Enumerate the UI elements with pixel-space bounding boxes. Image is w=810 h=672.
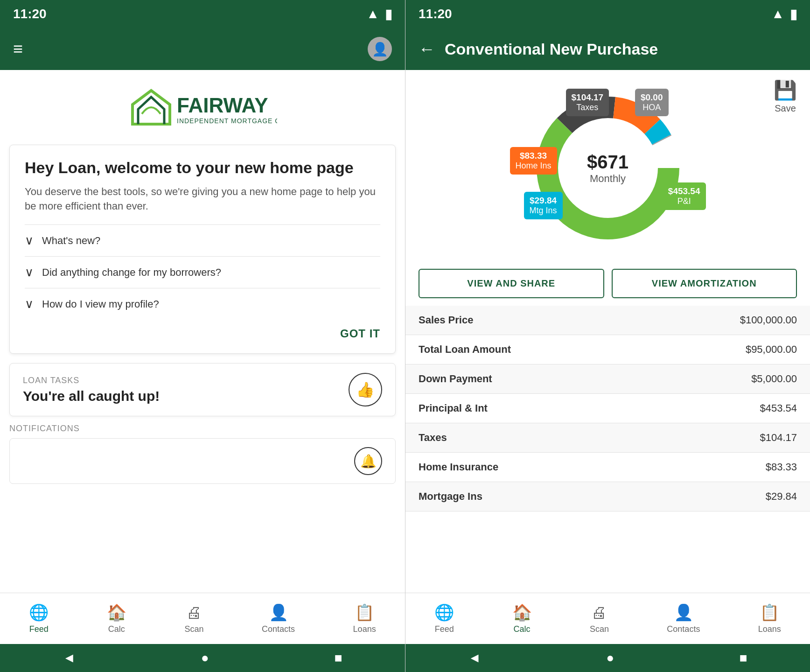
nav-item-scan[interactable]: 🖨 Scan [184, 603, 203, 634]
row-value-3: $453.54 [760, 402, 797, 414]
row-value-1: $95,000.00 [746, 343, 797, 356]
calc-label: Calc [108, 624, 125, 634]
row-label-1: Total Loan Amount [419, 343, 511, 356]
right-nav-calc[interactable]: 🏠 Calc [512, 603, 532, 634]
chevron-down-icon-3: ∨ [25, 297, 34, 311]
nav-item-contacts[interactable]: 👤 Contacts [262, 603, 295, 634]
row-label-4: Taxes [419, 432, 447, 444]
right-nav-feed[interactable]: 🌐 Feed [434, 603, 454, 634]
got-it-button[interactable]: GOT IT [340, 327, 380, 340]
welcome-description: You deserve the best tools, so we're giv… [25, 185, 380, 214]
table-row: Home Insurance $83.33 [405, 453, 810, 482]
table-row: Sales Price $100,000.00 [405, 306, 810, 335]
right-loans-label: Loans [758, 624, 781, 634]
left-panel: 11:20 ▲ ▮ ≡ 👤 FAIRWAY INDEPENDENT MORT [0, 0, 405, 672]
table-row: Taxes $104.17 [405, 423, 810, 453]
right-loans-icon: 📋 [760, 603, 779, 622]
right-bottom-nav: 🌐 Feed 🏠 Calc 🖨 Scan 👤 Contacts 📋 Loans [405, 593, 810, 644]
nav-item-feed[interactable]: 🌐 Feed [29, 603, 49, 634]
page-title: Conventional New Purchase [445, 40, 658, 58]
homeins-text: Home Ins [516, 161, 552, 171]
right-calc-label: Calc [514, 624, 531, 634]
loans-label: Loans [353, 624, 376, 634]
donut-label: Monthly [587, 173, 628, 185]
row-value-5: $83.33 [766, 461, 797, 473]
back-button[interactable]: ◄ [63, 651, 76, 665]
right-battery-icon: ▮ [790, 7, 797, 22]
row-value-4: $104.17 [760, 432, 797, 444]
chart-section: $671 Monthly $104.17 Taxes $0.00 HOA $83… [405, 70, 810, 261]
right-time: 11:20 [419, 7, 452, 21]
right-top-bar: ← Conventional New Purchase [405, 28, 810, 70]
faq-item-3[interactable]: ∨ How do I view my profile? [25, 288, 380, 320]
left-android-nav: ◄ ● ■ [0, 644, 405, 672]
notification-icon: 🔔 [354, 447, 382, 475]
right-home-button[interactable]: ● [606, 651, 614, 665]
nav-item-loans[interactable]: 📋 Loans [353, 603, 376, 634]
row-label-0: Sales Price [419, 314, 473, 326]
loan-tasks-title: You're all caught up! [23, 388, 160, 404]
right-nav-scan[interactable]: 🖨 Scan [590, 603, 609, 634]
notifications-label: NOTIFICATIONS [9, 424, 396, 434]
donut-center: $671 Monthly [587, 152, 628, 185]
left-status-icons: ▲ ▮ [366, 7, 392, 22]
left-bottom-nav: 🌐 Feed 🏠 Calc 🖨 Scan 👤 Contacts 📋 Loans [0, 593, 405, 644]
taxes-text: Taxes [572, 103, 604, 112]
loans-icon: 📋 [355, 603, 374, 622]
contacts-label: Contacts [262, 624, 295, 634]
faq-text-2: Did anything change for my borrowers? [42, 266, 221, 279]
home-button[interactable]: ● [201, 651, 209, 665]
right-wifi-icon: ▲ [771, 7, 784, 21]
hoa-amount: $0.00 [641, 92, 663, 103]
svg-text:FAIRWAY: FAIRWAY [177, 94, 268, 117]
hoa-text: HOA [641, 103, 663, 112]
right-feed-label: Feed [435, 624, 454, 634]
view-amortization-button[interactable]: VIEW AMORTIZATION [612, 269, 797, 298]
row-label-2: Down Payment [419, 373, 492, 385]
row-value-0: $100,000.00 [740, 314, 797, 326]
save-label: Save [775, 103, 796, 114]
faq-text-1: What's new? [42, 235, 100, 247]
right-scan-label: Scan [590, 624, 609, 634]
right-nav-loans[interactable]: 📋 Loans [758, 603, 781, 634]
row-label-6: Mortgage Ins [419, 490, 482, 503]
calc-icon: 🏠 [107, 603, 126, 622]
hoa-label: $0.00 HOA [635, 89, 669, 116]
avatar-icon: 👤 [372, 42, 388, 57]
avatar[interactable]: 👤 [368, 37, 392, 61]
homeins-label: $83.33 Home Ins [510, 147, 557, 175]
battery-icon: ▮ [385, 7, 392, 22]
right-back-button[interactable]: ◄ [468, 651, 481, 665]
nav-item-calc[interactable]: 🏠 Calc [107, 603, 126, 634]
right-panel: 11:20 ▲ ▮ ← Conventional New Purchase [405, 0, 810, 672]
welcome-title: Hey Loan, welcome to your new home page [25, 158, 380, 177]
right-contacts-icon: 👤 [674, 603, 693, 622]
right-feed-icon: 🌐 [434, 603, 454, 622]
action-buttons: VIEW AND SHARE VIEW AMORTIZATION [405, 261, 810, 306]
loan-tasks-info: LOAN TASKS You're all caught up! [23, 376, 160, 404]
row-value-6: $29.84 [766, 490, 797, 503]
row-label-5: Home Insurance [419, 461, 498, 473]
view-share-button[interactable]: VIEW AND SHARE [419, 269, 604, 298]
feed-icon: 🌐 [29, 603, 49, 622]
loan-tasks-card: LOAN TASKS You're all caught up! 👍 [9, 363, 396, 416]
hamburger-icon[interactable]: ≡ [13, 39, 23, 59]
save-button[interactable]: 💾 Save [774, 79, 797, 114]
left-status-bar: 11:20 ▲ ▮ [0, 0, 405, 28]
recents-button[interactable]: ■ [335, 651, 342, 665]
table-row: Mortgage Ins $29.84 [405, 482, 810, 511]
taxes-label: $104.17 Taxes [566, 89, 609, 116]
scan-icon: 🖨 [186, 603, 202, 622]
right-recents-button[interactable]: ■ [740, 651, 747, 665]
welcome-card: Hey Loan, welcome to your new home page … [9, 145, 396, 354]
row-label-3: Principal & Int [419, 402, 488, 414]
right-nav-contacts[interactable]: 👤 Contacts [667, 603, 700, 634]
back-arrow-icon[interactable]: ← [419, 39, 435, 59]
wifi-icon: ▲ [366, 7, 379, 21]
donut-chart: $671 Monthly $104.17 Taxes $0.00 HOA $83… [519, 79, 697, 257]
pi-label: $453.54 P&I [663, 182, 706, 210]
faq-item-2[interactable]: ∨ Did anything change for my borrowers? [25, 256, 380, 288]
faq-item-1[interactable]: ∨ What's new? [25, 224, 380, 256]
feed-label: Feed [29, 624, 49, 634]
mtgins-label: $29.84 Mtg Ins [524, 192, 563, 219]
